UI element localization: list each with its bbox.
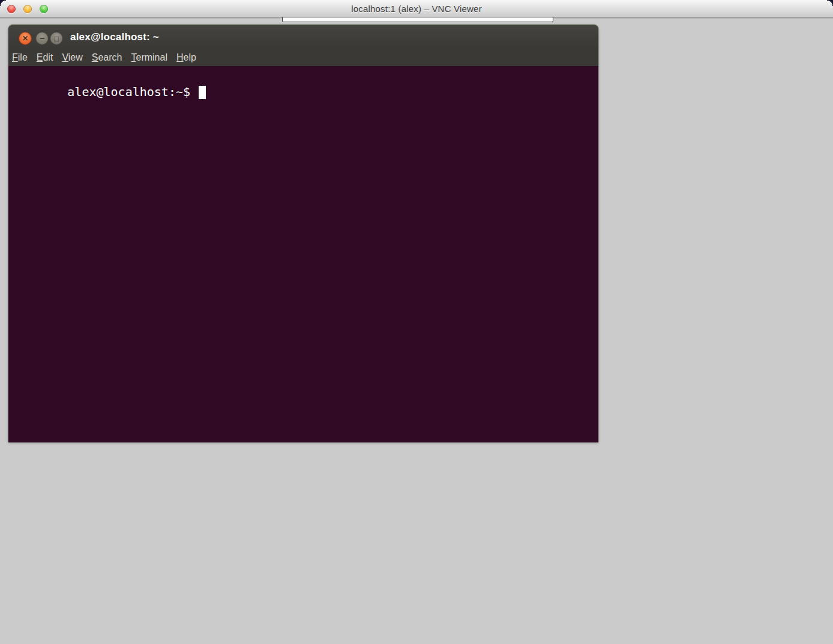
- vnc-window-title: localhost:1 (alex) – VNC Viewer: [0, 0, 833, 17]
- terminal-minimize-button[interactable]: [35, 32, 49, 45]
- terminal-prompt-line: alex@localhost:~$: [10, 68, 598, 115]
- menu-item-help[interactable]: Help: [176, 52, 196, 63]
- vnc-toolbar-tab[interactable]: [282, 17, 553, 22]
- terminal-cursor: [199, 86, 206, 99]
- vnc-window-titlebar[interactable]: localhost:1 (alex) – VNC Viewer: [0, 0, 833, 18]
- menu-item-file[interactable]: File: [12, 52, 28, 63]
- terminal-close-button[interactable]: [19, 32, 32, 45]
- menu-item-edit[interactable]: Edit: [37, 52, 53, 63]
- screen-corner-top-left: [0, 0, 6, 6]
- screen-corner-top-right: [827, 0, 833, 6]
- terminal-screen[interactable]: alex@localhost:~$: [8, 66, 598, 442]
- maximize-icon: [54, 35, 59, 43]
- terminal-titlebar[interactable]: alex@localhost: ~: [8, 25, 598, 49]
- desktop: localhost:1 (alex) – VNC Viewer alex@loc…: [0, 0, 833, 644]
- terminal-title: alex@localhost: ~: [70, 25, 159, 49]
- minimize-icon: [40, 34, 44, 43]
- menu-item-search[interactable]: Search: [92, 52, 122, 63]
- menu-item-view[interactable]: View: [62, 52, 82, 63]
- close-icon: [22, 35, 28, 42]
- menu-item-terminal[interactable]: Terminal: [131, 52, 167, 63]
- terminal-menubar: File Edit View Search Terminal Help: [8, 49, 598, 66]
- terminal-window: alex@localhost: ~ File Edit View Search …: [8, 25, 598, 442]
- terminal-maximize-button[interactable]: [50, 32, 63, 45]
- shell-prompt: alex@localhost:~$: [67, 85, 190, 99]
